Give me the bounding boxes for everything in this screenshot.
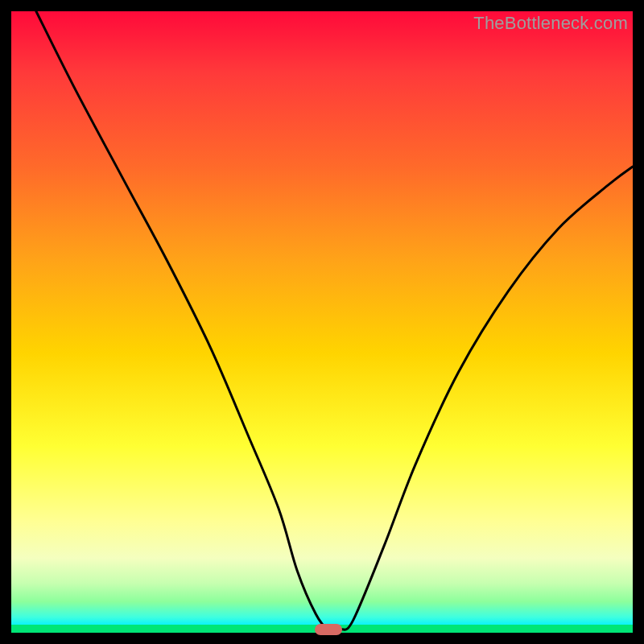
- chart-stage: TheBottleneck.com: [0, 0, 644, 644]
- plot-area: TheBottleneck.com: [11, 11, 633, 633]
- watermark-text: TheBottleneck.com: [473, 13, 628, 34]
- bottleneck-curve: [11, 11, 633, 633]
- optimum-marker: [315, 624, 342, 635]
